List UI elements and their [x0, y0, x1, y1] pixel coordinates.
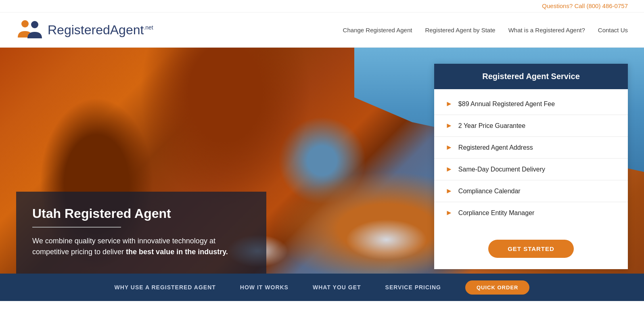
nav-what-is[interactable]: What is a Registered Agent?: [508, 27, 585, 33]
service-card-body: ►$89 Annual Registered Agent Fee►2 Year …: [434, 89, 628, 233]
main-nav: Change Registered Agent Registered Agent…: [343, 27, 628, 33]
hero-paragraph: We combine quality service with innovati…: [32, 236, 250, 257]
logo-text: RegisteredAgent.net: [48, 23, 153, 36]
chevron-icon: ►: [445, 143, 453, 152]
hero-divider: [32, 227, 121, 228]
logo-link[interactable]: RegisteredAgent.net: [16, 18, 153, 42]
bottom-nav-item[interactable]: WHAT YOU GET: [313, 284, 361, 291]
chevron-icon: ►: [445, 165, 453, 174]
hero-text-box: Utah Registered Agent We combine quality…: [16, 192, 266, 274]
service-item: ►Registered Agent Address: [434, 137, 628, 159]
quick-order-button[interactable]: QUICK ORDER: [465, 280, 529, 295]
phone-link[interactable]: Questions? Call (800) 486-0757: [542, 2, 628, 9]
chevron-icon: ►: [445, 187, 453, 195]
logo-icon: [16, 18, 44, 42]
nav-change-agent[interactable]: Change Registered Agent: [343, 27, 412, 33]
bottom-nav-item[interactable]: SERVICE PRICING: [385, 284, 441, 291]
chevron-icon: ►: [445, 100, 453, 108]
svg-point-1: [31, 21, 38, 28]
bottom-nav: WHY USE A REGISTERED AGENTHOW IT WORKSWH…: [0, 274, 644, 301]
service-card-header: Registered Agent Service: [434, 64, 628, 89]
service-item: ►$89 Annual Registered Agent Fee: [434, 93, 628, 115]
get-started-button[interactable]: GET STARTED: [488, 240, 574, 258]
service-item: ►Same-Day Document Delivery: [434, 159, 628, 180]
nav-by-state[interactable]: Registered Agent by State: [425, 27, 495, 33]
hero-section: Utah Registered Agent We combine quality…: [0, 48, 644, 274]
svg-point-0: [21, 20, 29, 27]
service-card: Registered Agent Service ►$89 Annual Reg…: [434, 64, 628, 269]
bottom-nav-item[interactable]: HOW IT WORKS: [240, 284, 289, 291]
nav-contact[interactable]: Contact Us: [598, 27, 628, 33]
chevron-icon: ►: [445, 121, 453, 130]
hero-content: Utah Registered Agent We combine quality…: [0, 48, 644, 274]
top-bar: Questions? Call (800) 486-0757: [0, 0, 644, 13]
chevron-icon: ►: [445, 209, 453, 217]
hero-title: Utah Registered Agent: [32, 206, 250, 221]
service-item: ►2 Year Price Guarantee: [434, 115, 628, 137]
service-item: ►Corpliance Entity Manager: [434, 202, 628, 224]
service-item: ►Compliance Calendar: [434, 180, 628, 202]
bottom-nav-item[interactable]: WHY USE A REGISTERED AGENT: [115, 284, 216, 291]
service-card-footer: GET STARTED: [434, 233, 628, 269]
header: RegisteredAgent.net Change Registered Ag…: [0, 13, 644, 48]
